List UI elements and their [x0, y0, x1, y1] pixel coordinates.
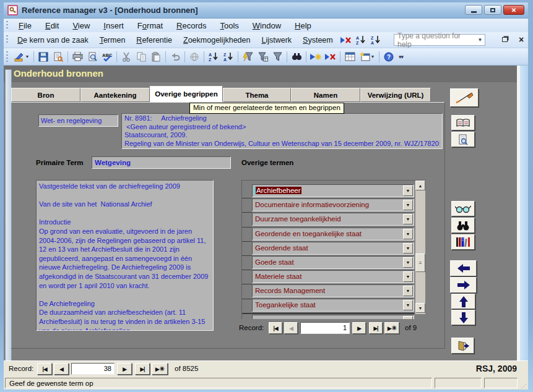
menu-lijstwerk[interactable]: Lijstwerk — [256, 36, 297, 45]
previous-button[interactable] — [450, 260, 477, 276]
find-button[interactable] — [289, 49, 304, 64]
preview-document-button[interactable] — [451, 132, 475, 147]
binoculars-button[interactable] — [451, 218, 475, 233]
design-view-button[interactable]: ▼ — [12, 49, 32, 64]
sort-ascending-button[interactable]: AZ — [206, 49, 221, 64]
menu-format[interactable]: Format — [131, 21, 170, 30]
combo-dropdown-icon[interactable]: ▼ — [403, 271, 413, 282]
last-record-button[interactable]: ▶| — [135, 363, 150, 375]
delete-record-icon[interactable] — [339, 34, 353, 46]
new-record-button[interactable] — [308, 49, 323, 64]
ask-a-question-box[interactable]: Type a question for help ▼ — [394, 34, 485, 46]
edit-pen-button[interactable] — [450, 88, 479, 107]
menu-referentie[interactable]: Referentie — [131, 36, 178, 45]
other-term-combo[interactable]: Toegankelijke staat ▼ — [252, 299, 414, 312]
filter-by-form-button[interactable] — [255, 49, 270, 64]
other-term-combo[interactable]: Records Management ▼ — [252, 284, 414, 297]
scrollbar-thumb[interactable]: ≡ — [415, 254, 425, 272]
subform-last-record-button[interactable]: ▶| — [369, 322, 383, 334]
copy-button[interactable] — [134, 49, 149, 64]
menu-view[interactable]: View — [66, 21, 97, 30]
toolbar-drag-handle[interactable] — [6, 51, 8, 61]
tab-bron[interactable]: Bron — [11, 88, 80, 102]
spelling-button[interactable]: ABC — [100, 49, 115, 64]
first-record-button[interactable]: |◀ — [37, 363, 52, 375]
combo-dropdown-icon[interactable]: ▼ — [403, 200, 413, 210]
menu-window[interactable]: Window — [246, 21, 288, 30]
tab-thema[interactable]: Thema — [223, 88, 291, 102]
scroll-up-icon[interactable]: ▲ — [415, 181, 425, 190]
toolbar-options-icon[interactable]: ▾▾ — [399, 54, 403, 60]
subform-scrollbar[interactable]: ▲ ≡ ▼ — [415, 181, 425, 314]
subform-new-record-button[interactable]: ▶✳ — [384, 322, 399, 334]
paste-button[interactable] — [149, 49, 163, 64]
combo-dropdown-icon[interactable]: ▼ — [403, 300, 413, 310]
hyperlink-button[interactable] — [187, 49, 202, 64]
subform-next-record-button[interactable]: ▶ — [352, 322, 366, 334]
menu-help[interactable]: Help — [288, 21, 318, 30]
print-button[interactable] — [70, 49, 85, 64]
tab-namen[interactable]: Namen — [291, 88, 360, 102]
close-button[interactable]: ✕ — [503, 5, 524, 15]
tab-overige-begrippen[interactable]: Overige begrippen — [150, 86, 223, 102]
subform-first-record-button[interactable]: |◀ — [269, 322, 282, 334]
book-button[interactable] — [451, 115, 475, 130]
menu-tools[interactable]: Tools — [213, 21, 245, 30]
restore-button[interactable] — [484, 5, 501, 15]
resize-grip[interactable]: ⋰ — [521, 383, 526, 389]
other-term-combo[interactable]: Documentaire informatievoorziening ▼ — [252, 198, 414, 211]
primary-term-field[interactable]: Wetgeving — [92, 156, 231, 169]
sort-descending-icon[interactable]: ZA — [368, 34, 383, 46]
menu-de-kern-van-de-zaak[interactable]: De kern van de zaak — [12, 36, 94, 45]
other-term-combo[interactable]: Geordende staat ▼ — [252, 242, 414, 255]
bookshelf-button[interactable] — [451, 234, 475, 250]
other-term-combo[interactable]: Archiefbeheer ▼ — [252, 184, 414, 197]
file-search-button[interactable] — [51, 49, 66, 64]
menu-edit[interactable]: Edit — [38, 21, 66, 30]
combo-dropdown-icon[interactable]: ▼ — [403, 316, 413, 319]
subform-row-gutter[interactable] — [242, 184, 252, 313]
down-button[interactable] — [451, 310, 475, 325]
menu-insert[interactable]: Insert — [97, 21, 131, 30]
menu-termen[interactable]: Termen — [94, 36, 131, 45]
help-dropdown-icon[interactable]: ▼ — [475, 35, 485, 45]
child-restore-button[interactable] — [499, 35, 510, 45]
help-button[interactable]: ? — [381, 49, 396, 64]
next-record-button[interactable]: ▶ — [117, 363, 132, 375]
source-type-field[interactable]: Wet- en regelgeving — [38, 114, 118, 127]
subform-previous-record-button[interactable]: ◀ — [284, 322, 298, 334]
combo-dropdown-icon[interactable]: ▼ — [403, 243, 413, 254]
glasses-button[interactable] — [451, 201, 475, 216]
new-object-button[interactable]: ▼ — [357, 49, 377, 64]
record-selector-strip[interactable] — [5, 69, 12, 360]
print-preview-button[interactable] — [85, 49, 100, 64]
tab-verwijzing-url[interactable]: Verwijzing (URL) — [360, 88, 431, 102]
delete-record-button[interactable] — [323, 49, 338, 64]
memo-field[interactable]: Vastgestelde tekst van de archiefregelin… — [36, 180, 214, 331]
menu-records[interactable]: Records — [170, 21, 213, 30]
undo-button[interactable] — [168, 49, 183, 64]
next-button[interactable] — [450, 277, 477, 293]
menu-zoekmogelijkheden[interactable]: Zoekmogelijkheden — [178, 36, 256, 45]
database-window-button[interactable] — [342, 49, 357, 64]
combo-dropdown-icon[interactable]: ▼ — [403, 286, 413, 296]
menu-drag-handle[interactable] — [6, 21, 8, 29]
up-button[interactable] — [451, 294, 475, 309]
menu-file[interactable]: File — [12, 21, 38, 30]
sort-ascending-icon[interactable]: AZ — [353, 34, 368, 46]
save-button[interactable] — [36, 49, 51, 64]
tab-aantekening[interactable]: Aantekening — [80, 88, 150, 102]
apply-filter-button[interactable] — [270, 49, 285, 64]
cut-button[interactable] — [119, 49, 134, 64]
combo-dropdown-icon[interactable]: ▼ — [403, 214, 413, 224]
minimize-button[interactable] — [465, 5, 482, 15]
source-details-field[interactable]: Nr. 8981: Archiefregeling <Geen auteur g… — [121, 113, 443, 149]
combo-dropdown-icon[interactable]: ▼ — [403, 185, 413, 196]
custom-menu-drag-handle[interactable] — [6, 35, 8, 45]
filter-by-selection-button[interactable] — [240, 49, 255, 64]
sort-descending-button[interactable]: ZA — [221, 49, 236, 64]
subform-record-number-field[interactable]: 1 — [300, 322, 350, 334]
other-term-combo-new[interactable]: ▼ — [252, 315, 414, 319]
child-close-button[interactable]: × — [516, 35, 527, 45]
new-record-nav-button[interactable]: ▶✳ — [152, 363, 168, 375]
